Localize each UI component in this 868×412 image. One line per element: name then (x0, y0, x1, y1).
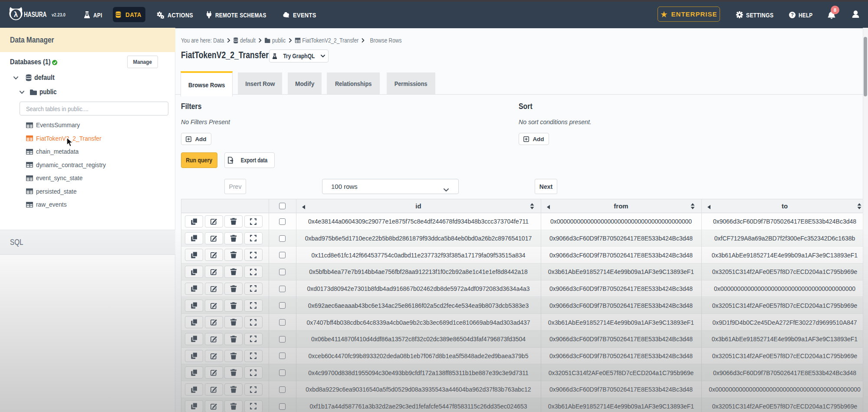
svg-text:?: ? (791, 12, 794, 17)
svg-text:λ: λ (14, 10, 18, 19)
